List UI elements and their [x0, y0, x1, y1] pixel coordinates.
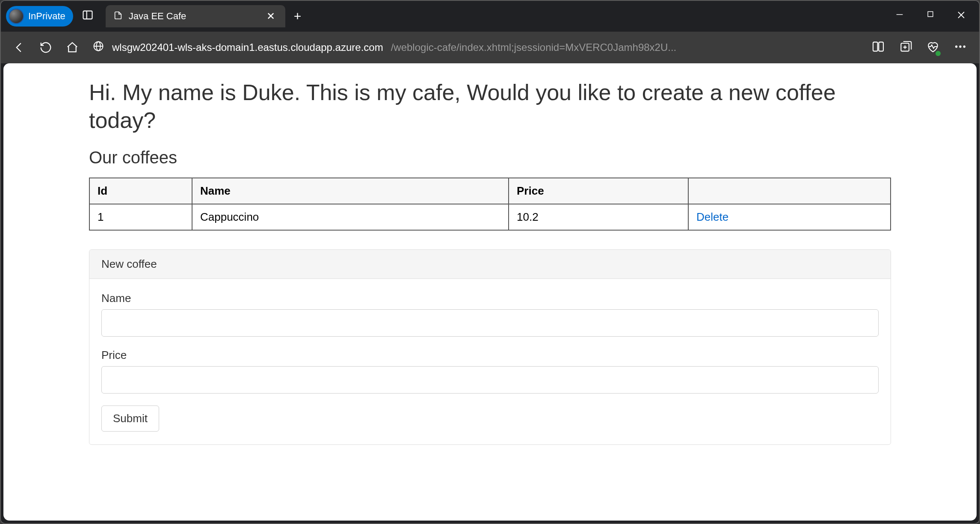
svg-point-15	[959, 45, 961, 47]
cell-id: 1	[89, 204, 192, 230]
svg-rect-0	[83, 11, 92, 19]
page-content: Hi. My name is Duke. This is my cafe, Wo…	[3, 63, 977, 521]
titlebar: InPrivate Java EE Cafe ✕ +	[1, 1, 979, 32]
tab-close-icon[interactable]: ✕	[264, 10, 278, 22]
table-header-row: Id Name Price	[89, 178, 891, 204]
maximize-button[interactable]	[922, 10, 939, 23]
settings-menu-icon[interactable]	[953, 40, 967, 55]
toolbar: wlsgw202401-wls-aks-domain1.eastus.cloud…	[1, 32, 979, 63]
browser-window: InPrivate Java EE Cafe ✕ +	[0, 0, 980, 524]
split-screen-icon[interactable]	[871, 40, 885, 55]
home-button[interactable]	[66, 41, 79, 54]
url-host: wlsgw202401-wls-aks-domain1.eastus.cloud…	[112, 41, 383, 53]
svg-point-14	[955, 45, 957, 47]
page-icon	[113, 11, 123, 22]
cell-name: Cappuccino	[192, 204, 509, 230]
name-input[interactable]	[101, 309, 879, 337]
name-label: Name	[101, 292, 879, 305]
address-bar[interactable]: wlsgw202401-wls-aks-domain1.eastus.cloud…	[92, 40, 858, 55]
col-header-action	[688, 178, 891, 204]
cell-price: 10.2	[509, 204, 688, 230]
coffee-table: Id Name Price 1 Cappuccino 10.2 Delete	[89, 178, 891, 231]
browser-tab[interactable]: Java EE Cafe ✕	[106, 5, 285, 27]
tab-title: Java EE Cafe	[129, 11, 258, 22]
tab-actions-icon[interactable]	[82, 9, 94, 24]
page-title: Hi. My name is Duke. This is my cafe, Wo…	[89, 79, 891, 134]
close-window-button[interactable]	[953, 10, 970, 23]
col-header-price: Price	[509, 178, 688, 204]
inprivate-label: InPrivate	[28, 11, 65, 22]
panel-title: New coffee	[89, 250, 891, 279]
col-header-id: Id	[89, 178, 192, 204]
browser-essentials-icon[interactable]	[926, 40, 940, 55]
svg-point-16	[963, 45, 965, 47]
price-input[interactable]	[101, 366, 879, 394]
svg-rect-3	[928, 12, 933, 17]
section-title: Our coffees	[89, 148, 891, 167]
delete-link[interactable]: Delete	[696, 210, 728, 223]
avatar-icon	[9, 9, 24, 24]
collections-icon[interactable]	[899, 40, 912, 55]
table-row: 1 Cappuccino 10.2 Delete	[89, 204, 891, 230]
col-header-name: Name	[192, 178, 509, 204]
svg-rect-9	[873, 42, 878, 51]
url-path: /weblogic-cafe/index.xhtml;jsessionid=Mx…	[391, 41, 677, 53]
back-button[interactable]	[13, 41, 26, 54]
submit-button[interactable]: Submit	[101, 406, 159, 432]
site-info-icon[interactable]	[92, 40, 104, 55]
inprivate-badge[interactable]: InPrivate	[6, 6, 73, 27]
svg-rect-10	[879, 42, 883, 51]
new-tab-button[interactable]: +	[294, 9, 302, 24]
window-controls	[891, 10, 970, 23]
price-label: Price	[101, 349, 879, 362]
refresh-button[interactable]	[39, 41, 52, 54]
minimize-button[interactable]	[891, 10, 908, 23]
new-coffee-panel: New coffee Name Price Submit	[89, 249, 891, 445]
